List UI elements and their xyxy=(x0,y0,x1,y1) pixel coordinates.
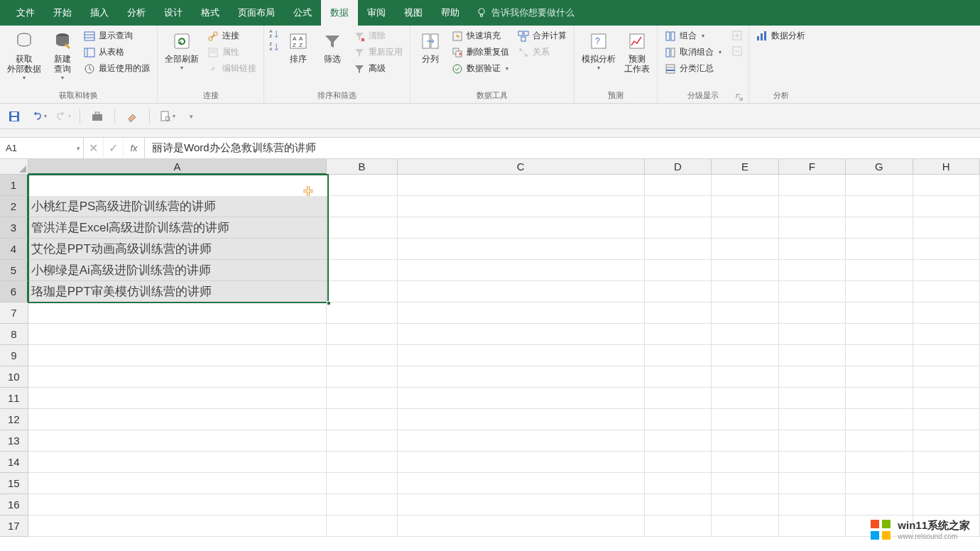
remove-duplicates-button[interactable]: 删除重复值 xyxy=(449,45,512,60)
refresh-all-button[interactable]: 全部刷新 ▾ xyxy=(162,28,202,72)
cell-F15[interactable] xyxy=(779,473,846,494)
row-header-4[interactable]: 4 xyxy=(0,239,28,260)
cell-B16[interactable] xyxy=(327,494,397,515)
row-header-13[interactable]: 13 xyxy=(0,430,28,452)
connections-button[interactable]: 连接 xyxy=(205,28,259,43)
cell-F13[interactable] xyxy=(779,430,846,452)
cell-A5[interactable]: 小柳绿是Ai高级进阶训练营的讲师 xyxy=(28,260,327,281)
cell-D13[interactable] xyxy=(645,430,712,452)
cell-F11[interactable] xyxy=(779,388,846,409)
row-header-7[interactable]: 7 xyxy=(0,302,28,324)
row-header-6[interactable]: 6 xyxy=(0,281,28,302)
cell-B17[interactable] xyxy=(327,515,397,537)
cell-G15[interactable] xyxy=(846,473,913,494)
tab-format[interactable]: 格式 xyxy=(192,0,229,26)
row-header-2[interactable]: 2 xyxy=(0,196,28,217)
row-header-14[interactable]: 14 xyxy=(0,452,28,473)
cell-C11[interactable] xyxy=(398,388,645,409)
cell-B2[interactable] xyxy=(327,196,397,217)
col-header-H[interactable]: H xyxy=(913,159,980,175)
cell-G16[interactable] xyxy=(846,494,913,515)
cell-E11[interactable] xyxy=(712,388,778,409)
cell-G5[interactable] xyxy=(846,260,913,281)
row-header-11[interactable]: 11 xyxy=(0,388,28,409)
cell-H5[interactable] xyxy=(913,260,980,281)
data-analysis-button[interactable]: 数据分析 xyxy=(753,28,808,43)
fx-button[interactable]: fx xyxy=(124,138,145,158)
consolidate-button[interactable]: 合并计算 xyxy=(515,28,570,43)
cell-B13[interactable] xyxy=(327,430,397,452)
cell-G3[interactable] xyxy=(846,217,913,239)
cell-D7[interactable] xyxy=(645,302,712,324)
cell-C5[interactable] xyxy=(398,260,645,281)
cell-D3[interactable] xyxy=(645,217,712,239)
cell-A14[interactable] xyxy=(28,452,327,473)
cell-F17[interactable] xyxy=(779,515,846,537)
col-header-A[interactable]: A xyxy=(28,159,327,175)
cell-H7[interactable] xyxy=(913,302,980,324)
cell-E6[interactable] xyxy=(712,281,778,302)
cell-D4[interactable] xyxy=(645,239,712,260)
cell-H12[interactable] xyxy=(913,409,980,430)
cell-F1[interactable] xyxy=(779,175,846,196)
get-external-data-button[interactable]: 获取 外部数据 ▾ xyxy=(4,28,44,82)
subtotal-button[interactable]: 分类汇总 xyxy=(662,61,724,76)
cell-B4[interactable] xyxy=(327,239,397,260)
row-header-15[interactable]: 15 xyxy=(0,473,28,494)
eraser-button[interactable] xyxy=(122,107,142,126)
tab-design[interactable]: 设计 xyxy=(155,0,192,26)
cell-D2[interactable] xyxy=(645,196,712,217)
cell-C8[interactable] xyxy=(398,324,645,345)
cell-F14[interactable] xyxy=(779,452,846,473)
cell-E14[interactable] xyxy=(712,452,778,473)
row-header-10[interactable]: 10 xyxy=(0,366,28,388)
from-table-button[interactable]: 从表格 xyxy=(81,45,153,60)
col-header-B[interactable]: B xyxy=(327,159,397,175)
cell-B1[interactable] xyxy=(327,175,397,196)
cell-A3[interactable]: 管洪洋是Excel高级进阶训练营的讲师 xyxy=(28,217,327,239)
cell-A1[interactable]: 丽诗是Word办公急救训练营的讲师 xyxy=(28,175,327,196)
cell-F10[interactable] xyxy=(779,366,846,388)
col-header-E[interactable]: E xyxy=(712,159,778,175)
cell-C12[interactable] xyxy=(398,409,645,430)
tab-home[interactable]: 开始 xyxy=(44,0,81,26)
cell-D1[interactable] xyxy=(645,175,712,196)
cell-B11[interactable] xyxy=(327,388,397,409)
tab-insert[interactable]: 插入 xyxy=(81,0,118,26)
cell-G10[interactable] xyxy=(846,366,913,388)
cell-F7[interactable] xyxy=(779,302,846,324)
sort-desc-button[interactable]: ZA xyxy=(268,41,280,53)
qat-customize[interactable]: ▾ xyxy=(181,107,201,126)
cell-H2[interactable] xyxy=(913,196,980,217)
select-all-corner[interactable] xyxy=(0,159,28,175)
cell-G9[interactable] xyxy=(846,345,913,366)
group-button[interactable]: 组合▾ xyxy=(662,28,724,43)
row-header-17[interactable]: 17 xyxy=(0,515,28,537)
cell-D15[interactable] xyxy=(645,473,712,494)
cell-C6[interactable] xyxy=(398,281,645,302)
chevron-down-icon[interactable]: ▾ xyxy=(77,145,80,152)
cell-H16[interactable] xyxy=(913,494,980,515)
sort-button[interactable]: AZAZ 排序 xyxy=(283,28,314,65)
cell-G6[interactable] xyxy=(846,281,913,302)
tab-data[interactable]: 数据 xyxy=(321,0,358,26)
cell-A13[interactable] xyxy=(28,430,327,452)
cell-E7[interactable] xyxy=(712,302,778,324)
cell-E3[interactable] xyxy=(712,217,778,239)
cell-E16[interactable] xyxy=(712,494,778,515)
cell-A11[interactable] xyxy=(28,388,327,409)
cell-G11[interactable] xyxy=(846,388,913,409)
cell-E15[interactable] xyxy=(712,473,778,494)
cell-E17[interactable] xyxy=(712,515,778,537)
cell-G8[interactable] xyxy=(846,324,913,345)
flash-fill-button[interactable]: 快速填充 xyxy=(449,28,512,43)
cell-B7[interactable] xyxy=(327,302,397,324)
cell-H11[interactable] xyxy=(913,388,980,409)
cell-E5[interactable] xyxy=(712,260,778,281)
cell-D5[interactable] xyxy=(645,260,712,281)
cell-C3[interactable] xyxy=(398,217,645,239)
cell-G7[interactable] xyxy=(846,302,913,324)
cell-H4[interactable] xyxy=(913,239,980,260)
cell-B3[interactable] xyxy=(327,217,397,239)
ungroup-button[interactable]: 取消组合▾ xyxy=(662,45,724,60)
